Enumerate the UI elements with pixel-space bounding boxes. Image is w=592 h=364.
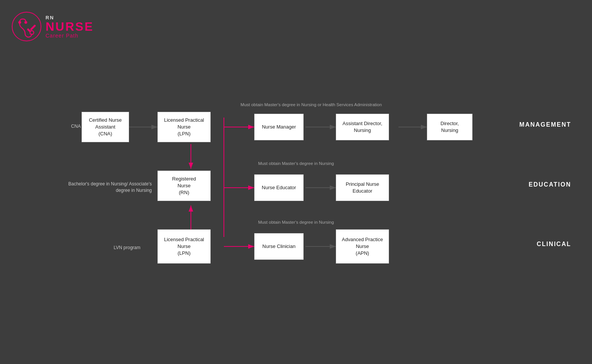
- svg-point-3: [25, 22, 27, 24]
- clinical-annotation: Must obtain Master's degree in Nursing: [235, 220, 357, 224]
- logo-nurse-label: NURSE: [46, 20, 94, 33]
- management-category: MANAGEMENT: [520, 121, 571, 128]
- nurse-manager-node: Nurse Manager: [254, 114, 304, 140]
- lvn-program-label: LVN program: [99, 245, 140, 251]
- rn-node: Registered Nurse (RN): [157, 171, 211, 201]
- apn-node: Advanced Practice Nurse (APN): [336, 229, 389, 264]
- svg-point-2: [19, 22, 21, 24]
- education-category: EDUCATION: [529, 181, 571, 188]
- cna-node: Certified Nurse Assistant (CNA): [82, 112, 129, 142]
- clinical-category: CLINICAL: [537, 241, 571, 248]
- logo-icon: [11, 11, 42, 42]
- education-annotation: Must obtain Master's degree in Nursing: [235, 161, 357, 166]
- svg-rect-4: [30, 24, 36, 30]
- management-annotation: Must obtain Master's degree in Nursing o…: [235, 102, 387, 107]
- lpn-bottom-node: Licensed Practical Nurse (LPN): [157, 229, 211, 264]
- logo-text: RN NURSE Career Path: [46, 15, 94, 39]
- logo-area: RN NURSE Career Path: [11, 11, 94, 42]
- principal-nurse-educator-node: Principal Nurse Educator: [336, 174, 389, 201]
- director-node: Director, Nursing: [427, 114, 472, 140]
- lpn-top-node: Licensed Practical Nurse (LPN): [157, 112, 211, 142]
- assistant-director-node: Assistant Director, Nursing: [336, 114, 389, 140]
- bachelors-label: Bachelor's degree in Nursing/ Associate'…: [57, 181, 152, 194]
- logo-career-label: Career Path: [46, 33, 94, 39]
- nurse-educator-node: Nurse Educator: [254, 174, 304, 201]
- career-path-diagram: Must obtain Master's degree in Nursing o…: [23, 87, 569, 277]
- nurse-clinician-node: Nurse Clinician: [254, 233, 304, 260]
